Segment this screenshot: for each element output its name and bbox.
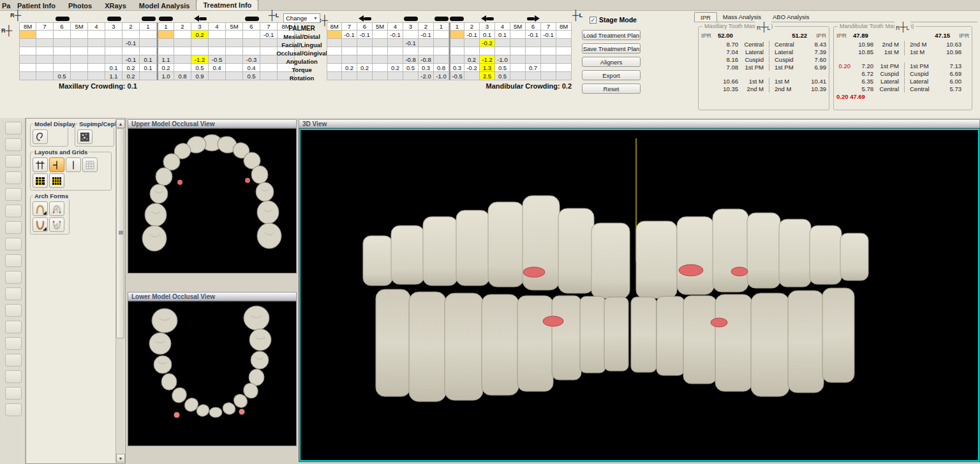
value-cell[interactable]: 1.0	[157, 72, 174, 80]
value-cell[interactable]: -0.1	[342, 31, 357, 39]
tooth-col-mandibular-9[interactable]: 2	[464, 22, 480, 31]
value-cell[interactable]	[373, 72, 388, 80]
value-cell[interactable]	[105, 55, 122, 64]
value-cell[interactable]	[88, 39, 105, 47]
value-cell[interactable]	[449, 55, 464, 64]
value-cell[interactable]	[388, 47, 403, 55]
tooth-col-mandibular-1[interactable]: 7	[342, 22, 357, 31]
value-cell[interactable]: -0.1	[260, 31, 278, 39]
tooth-col-mandibular-0[interactable]: 8M	[327, 22, 342, 31]
value-cell[interactable]	[419, 47, 434, 55]
stage-mode-checkbox[interactable]: ✓	[590, 17, 597, 24]
tooth-col-maxillary-5[interactable]: 3	[105, 22, 122, 31]
value-cell[interactable]: 0.8	[434, 64, 449, 72]
value-cell[interactable]	[226, 47, 243, 55]
value-cell[interactable]	[174, 31, 191, 39]
tooth-col-mandibular-11[interactable]: 4	[495, 22, 510, 31]
value-cell[interactable]: 0.1	[105, 64, 122, 72]
tooth-col-maxillary-14[interactable]: 7	[260, 22, 278, 31]
value-cell[interactable]	[556, 39, 572, 47]
value-cell[interactable]	[174, 47, 191, 55]
value-cell[interactable]	[510, 55, 526, 64]
value-cell[interactable]	[541, 39, 556, 47]
value-cell[interactable]	[464, 72, 480, 80]
value-cell[interactable]	[373, 64, 388, 72]
arch-lower-tan-button[interactable]	[33, 217, 48, 232]
value-cell[interactable]: -0.2	[464, 64, 480, 72]
value-cell[interactable]	[327, 47, 342, 55]
value-cell[interactable]	[373, 39, 388, 47]
tooth-col-maxillary-13[interactable]: 6	[243, 22, 260, 31]
value-cell[interactable]	[36, 64, 54, 72]
value-cell[interactable]	[260, 55, 278, 64]
value-cell[interactable]	[373, 47, 388, 55]
value-cell[interactable]: -0.1	[541, 31, 556, 39]
value-cell[interactable]: -2.0	[419, 72, 434, 80]
value-cell[interactable]: -0.3	[243, 55, 260, 64]
value-cell[interactable]	[88, 47, 105, 55]
tooth-col-maxillary-9[interactable]: 2	[174, 22, 191, 31]
value-cell[interactable]	[342, 47, 357, 55]
tooth-col-maxillary-7[interactable]: 1	[140, 22, 157, 31]
value-cell[interactable]	[19, 31, 36, 39]
value-cell[interactable]	[556, 72, 572, 80]
save-treatment-plan-button[interactable]: Save Treatment Plan	[582, 43, 641, 54]
value-cell[interactable]: 0.2	[122, 72, 140, 80]
value-cell[interactable]	[510, 31, 526, 39]
tooth-col-mandibular-8[interactable]: 1	[449, 22, 464, 31]
value-cell[interactable]	[105, 31, 122, 39]
value-cell[interactable]	[464, 47, 480, 55]
value-cell[interactable]: -1.0	[434, 72, 449, 80]
layout-single-button[interactable]	[66, 157, 81, 172]
value-cell[interactable]	[88, 31, 105, 39]
value-cell[interactable]	[226, 39, 243, 47]
value-cell[interactable]: 1.1	[157, 55, 174, 64]
value-cell[interactable]	[526, 39, 541, 47]
value-cell[interactable]	[541, 55, 556, 64]
value-cell[interactable]: 0.3	[449, 64, 464, 72]
value-cell[interactable]	[342, 39, 357, 47]
tooth-col-mandibular-12[interactable]: 5M	[510, 22, 526, 31]
value-cell[interactable]	[174, 39, 191, 47]
tab-ipr[interactable]: IPR	[694, 12, 717, 22]
value-cell[interactable]	[157, 31, 174, 39]
scrollbar-thumb[interactable]	[116, 128, 124, 338]
value-cell[interactable]: 0.5	[495, 64, 510, 72]
value-cell[interactable]	[36, 72, 54, 80]
value-cell[interactable]: 0.1	[140, 64, 157, 72]
value-cell[interactable]	[342, 72, 357, 80]
value-cell[interactable]	[464, 39, 480, 47]
value-cell[interactable]	[541, 64, 556, 72]
value-cell[interactable]	[71, 55, 88, 64]
stage-mode-toggle[interactable]: ✓ Stage Mode	[590, 16, 641, 24]
tab-treatment-info[interactable]: Treatment Info	[196, 0, 258, 10]
value-cell[interactable]: -0.1	[526, 31, 541, 39]
layout-quad-button[interactable]	[33, 157, 48, 172]
value-cell[interactable]: 0.5	[191, 64, 209, 72]
value-cell[interactable]	[510, 72, 526, 80]
export-button[interactable]: Export	[582, 70, 641, 80]
tooth-col-maxillary-11[interactable]: 4	[209, 22, 226, 31]
tooth-col-mandibular-3[interactable]: 5M	[373, 22, 388, 31]
layout-split-button[interactable]	[49, 157, 64, 172]
value-cell[interactable]: 1.3	[480, 64, 495, 72]
value-cell[interactable]: 0.1	[495, 31, 510, 39]
value-cell[interactable]	[174, 55, 191, 64]
grid-button[interactable]	[82, 157, 98, 172]
lower-view-canvas[interactable]	[128, 301, 297, 446]
value-cell[interactable]: 0.5	[54, 72, 71, 80]
value-cell[interactable]	[449, 47, 464, 55]
value-cell[interactable]: -0.1	[357, 31, 373, 39]
value-cell[interactable]: -0.1	[122, 55, 140, 64]
value-cell[interactable]: 0.9	[191, 72, 209, 80]
value-cell[interactable]: 0.4	[209, 64, 226, 72]
value-cell[interactable]: 0.5	[403, 64, 419, 72]
value-cell[interactable]	[388, 39, 403, 47]
value-cell[interactable]: 0.3	[419, 64, 434, 72]
value-cell[interactable]	[373, 31, 388, 39]
value-cell[interactable]	[36, 47, 54, 55]
value-cell[interactable]	[88, 64, 105, 72]
value-cell[interactable]	[19, 39, 36, 47]
value-cell[interactable]	[342, 55, 357, 64]
value-cell[interactable]: 0.2	[464, 55, 480, 64]
